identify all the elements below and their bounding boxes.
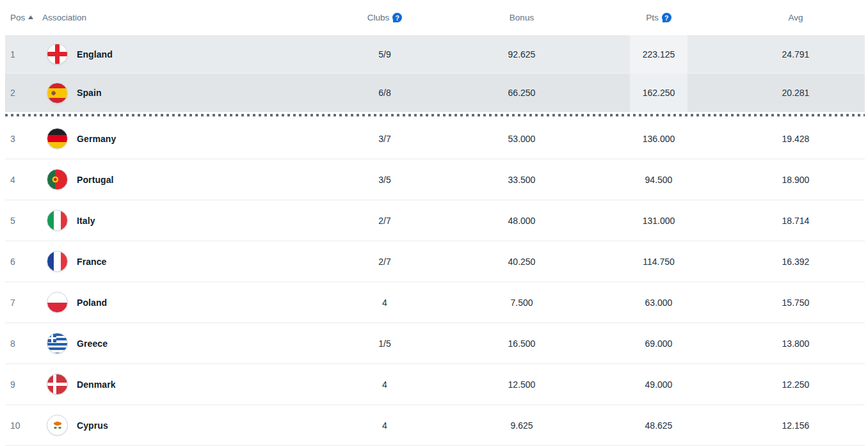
- clubs-header-label: Clubs: [367, 13, 390, 22]
- position-cell: 10: [5, 420, 32, 431]
- bonus-cell: 7.500: [453, 282, 590, 323]
- spain-flag-icon: [47, 83, 68, 104]
- association-ranking-table: Pos Association Clubs ? Bonus Pts ? Avg …: [5, 0, 865, 446]
- clubs-cell: 4: [316, 405, 453, 445]
- avg-cell: 12.156: [727, 405, 864, 445]
- country-name: Italy: [77, 216, 95, 226]
- avg-cell: 13.800: [727, 323, 864, 363]
- country-name: Cyprus: [77, 420, 108, 431]
- position-cell: 1: [5, 49, 32, 60]
- portugal-flag-icon: [47, 169, 68, 190]
- pts-cell: 69.000: [590, 323, 727, 363]
- avg-cell: 16.392: [727, 241, 864, 282]
- association-cell: Spain: [32, 83, 316, 104]
- position-cell: 2: [5, 88, 32, 98]
- table-row[interactable]: 2 Spain 6/8 66.250 162.250 20.281: [5, 74, 865, 112]
- table-row[interactable]: 4 Portugal 3/5 33.500 94.500 18.900: [5, 159, 865, 200]
- country-name: Greece: [77, 338, 108, 349]
- table-row[interactable]: 3 Germany 3/7 53.000 136.000 19.428: [5, 118, 865, 159]
- country-name: Poland: [77, 298, 107, 308]
- column-header-pos[interactable]: Pos: [5, 13, 32, 22]
- avg-header-label: Avg: [788, 13, 803, 22]
- clubs-cell: 1/5: [316, 323, 453, 363]
- pts-cell: 63.000: [590, 282, 727, 323]
- country-name: Spain: [77, 88, 102, 98]
- association-cell: Italy: [32, 210, 316, 231]
- position-cell: 3: [5, 134, 32, 144]
- bonus-cell: 48.000: [453, 200, 590, 241]
- clubs-cell: 4: [316, 364, 453, 404]
- column-header-bonus: Bonus: [453, 13, 590, 22]
- clubs-cell: 3/5: [316, 159, 453, 200]
- avg-cell: 24.791: [727, 35, 864, 73]
- greece-flag-icon: [47, 333, 68, 354]
- table-body: 1 England 5/9 92.625 223.125 24.791 2 Sp…: [5, 35, 865, 446]
- clubs-cell: 4: [316, 282, 453, 323]
- bonus-cell: 16.500: [453, 323, 590, 363]
- association-header-label: Association: [42, 13, 86, 22]
- country-name: England: [77, 49, 113, 60]
- clubs-cell: 5/9: [316, 35, 453, 73]
- france-flag-icon: [47, 251, 68, 272]
- column-header-pts: Pts ?: [590, 13, 727, 22]
- pts-cell: 223.125: [590, 35, 727, 73]
- pts-cell: 48.625: [590, 405, 727, 445]
- association-cell: France: [32, 251, 316, 272]
- avg-cell: 12.250: [727, 364, 864, 404]
- bonus-cell: 12.500: [453, 364, 590, 404]
- country-name: Denmark: [77, 379, 116, 390]
- poland-flag-icon: [47, 292, 68, 313]
- pts-cell: 114.750: [590, 241, 727, 282]
- table-row[interactable]: 9 Denmark 4 12.500 49.000 12.250: [5, 364, 865, 405]
- bonus-cell: 40.250: [453, 241, 590, 282]
- table-row[interactable]: 5 Italy 2/7 48.000 131.000 18.714: [5, 200, 865, 241]
- table-row[interactable]: 6 France 2/7 40.250 114.750 16.392: [5, 241, 865, 282]
- clubs-cell: 6/8: [316, 74, 453, 112]
- column-header-avg: Avg: [727, 13, 864, 22]
- column-header-clubs: Clubs ?: [316, 13, 453, 22]
- association-cell: Poland: [32, 292, 316, 313]
- pts-help-icon[interactable]: ?: [662, 13, 671, 22]
- denmark-flag-icon: [47, 374, 68, 395]
- avg-cell: 15.750: [727, 282, 864, 323]
- table-row[interactable]: 1 England 5/9 92.625 223.125 24.791: [5, 35, 865, 74]
- position-cell: 8: [5, 338, 32, 349]
- country-name: Germany: [77, 134, 116, 144]
- position-cell: 5: [5, 216, 32, 226]
- bonus-cell: 92.625: [453, 35, 590, 73]
- bonus-header-label: Bonus: [510, 13, 534, 22]
- avg-cell: 19.428: [727, 118, 864, 159]
- pts-cell: 136.000: [590, 118, 727, 159]
- country-name: Portugal: [77, 175, 114, 185]
- clubs-cell: 2/7: [316, 200, 453, 241]
- cyprus-flag-icon: [47, 415, 68, 436]
- germany-flag-icon: [47, 128, 68, 149]
- pts-cell: 94.500: [590, 159, 727, 200]
- table-row[interactable]: 10 Cyprus 4 9.625 48.625 12.156: [5, 405, 865, 446]
- table-row[interactable]: 7 Poland 4 7.500 63.000 15.750: [5, 282, 865, 323]
- england-flag-icon: [47, 44, 68, 65]
- pts-cell: 131.000: [590, 200, 727, 241]
- position-cell: 9: [5, 379, 32, 390]
- bonus-cell: 33.500: [453, 159, 590, 200]
- association-cell: Greece: [32, 333, 316, 354]
- association-cell: Germany: [32, 128, 316, 149]
- table-row[interactable]: 8 Greece 1/5 16.500 69.000 13.800: [5, 323, 865, 364]
- pts-header-label: Pts: [646, 13, 659, 22]
- clubs-cell: 2/7: [316, 241, 453, 282]
- bonus-cell: 53.000: [453, 118, 590, 159]
- bonus-cell: 66.250: [453, 74, 590, 112]
- association-cell: Denmark: [32, 374, 316, 395]
- column-header-association: Association: [32, 13, 316, 22]
- clubs-cell: 3/7: [316, 118, 453, 159]
- position-cell: 6: [5, 257, 32, 267]
- country-name: France: [77, 257, 107, 267]
- association-cell: England: [32, 44, 316, 65]
- table-header: Pos Association Clubs ? Bonus Pts ? Avg: [5, 0, 865, 35]
- bonus-cell: 9.625: [453, 405, 590, 445]
- qualification-cutoff-separator: [5, 112, 865, 118]
- pos-header-label: Pos: [10, 13, 25, 22]
- clubs-help-icon[interactable]: ?: [392, 13, 402, 22]
- avg-cell: 20.281: [727, 74, 864, 112]
- association-cell: Cyprus: [32, 415, 316, 436]
